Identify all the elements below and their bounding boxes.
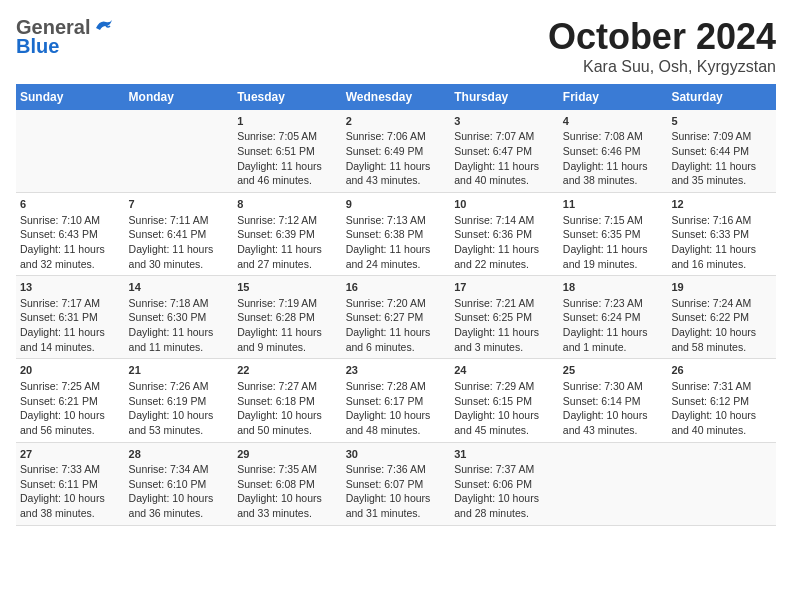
day-info: Sunrise: 7:09 AM Sunset: 6:44 PM Dayligh… bbox=[671, 129, 772, 188]
calendar-cell: 28Sunrise: 7:34 AM Sunset: 6:10 PM Dayli… bbox=[125, 442, 234, 525]
day-number: 6 bbox=[20, 197, 121, 212]
day-number: 4 bbox=[563, 114, 664, 129]
logo: General Blue bbox=[16, 16, 114, 58]
header-friday: Friday bbox=[559, 84, 668, 110]
day-info: Sunrise: 7:06 AM Sunset: 6:49 PM Dayligh… bbox=[346, 129, 447, 188]
day-number: 12 bbox=[671, 197, 772, 212]
calendar-week-3: 13Sunrise: 7:17 AM Sunset: 6:31 PM Dayli… bbox=[16, 276, 776, 359]
day-number: 22 bbox=[237, 363, 338, 378]
calendar-cell: 12Sunrise: 7:16 AM Sunset: 6:33 PM Dayli… bbox=[667, 193, 776, 276]
calendar-cell: 18Sunrise: 7:23 AM Sunset: 6:24 PM Dayli… bbox=[559, 276, 668, 359]
day-info: Sunrise: 7:35 AM Sunset: 6:08 PM Dayligh… bbox=[237, 462, 338, 521]
day-number: 8 bbox=[237, 197, 338, 212]
day-info: Sunrise: 7:24 AM Sunset: 6:22 PM Dayligh… bbox=[671, 296, 772, 355]
day-number: 20 bbox=[20, 363, 121, 378]
calendar-cell: 5Sunrise: 7:09 AM Sunset: 6:44 PM Daylig… bbox=[667, 110, 776, 193]
header-monday: Monday bbox=[125, 84, 234, 110]
day-number: 16 bbox=[346, 280, 447, 295]
day-info: Sunrise: 7:13 AM Sunset: 6:38 PM Dayligh… bbox=[346, 213, 447, 272]
header-tuesday: Tuesday bbox=[233, 84, 342, 110]
calendar-cell: 19Sunrise: 7:24 AM Sunset: 6:22 PM Dayli… bbox=[667, 276, 776, 359]
calendar-cell: 29Sunrise: 7:35 AM Sunset: 6:08 PM Dayli… bbox=[233, 442, 342, 525]
calendar-cell bbox=[559, 442, 668, 525]
day-number: 26 bbox=[671, 363, 772, 378]
day-number: 18 bbox=[563, 280, 664, 295]
calendar-cell: 11Sunrise: 7:15 AM Sunset: 6:35 PM Dayli… bbox=[559, 193, 668, 276]
day-number: 2 bbox=[346, 114, 447, 129]
location: Kara Suu, Osh, Kyrgyzstan bbox=[548, 58, 776, 76]
day-number: 10 bbox=[454, 197, 555, 212]
day-number: 27 bbox=[20, 447, 121, 462]
calendar-cell: 14Sunrise: 7:18 AM Sunset: 6:30 PM Dayli… bbox=[125, 276, 234, 359]
day-info: Sunrise: 7:28 AM Sunset: 6:17 PM Dayligh… bbox=[346, 379, 447, 438]
month-title: October 2024 bbox=[548, 16, 776, 58]
day-info: Sunrise: 7:27 AM Sunset: 6:18 PM Dayligh… bbox=[237, 379, 338, 438]
day-number: 14 bbox=[129, 280, 230, 295]
day-info: Sunrise: 7:18 AM Sunset: 6:30 PM Dayligh… bbox=[129, 296, 230, 355]
calendar-cell: 26Sunrise: 7:31 AM Sunset: 6:12 PM Dayli… bbox=[667, 359, 776, 442]
calendar-cell: 25Sunrise: 7:30 AM Sunset: 6:14 PM Dayli… bbox=[559, 359, 668, 442]
day-number: 23 bbox=[346, 363, 447, 378]
day-number: 3 bbox=[454, 114, 555, 129]
day-info: Sunrise: 7:16 AM Sunset: 6:33 PM Dayligh… bbox=[671, 213, 772, 272]
header-wednesday: Wednesday bbox=[342, 84, 451, 110]
day-number: 25 bbox=[563, 363, 664, 378]
calendar-cell: 16Sunrise: 7:20 AM Sunset: 6:27 PM Dayli… bbox=[342, 276, 451, 359]
day-number: 29 bbox=[237, 447, 338, 462]
header-thursday: Thursday bbox=[450, 84, 559, 110]
calendar-cell: 17Sunrise: 7:21 AM Sunset: 6:25 PM Dayli… bbox=[450, 276, 559, 359]
day-info: Sunrise: 7:10 AM Sunset: 6:43 PM Dayligh… bbox=[20, 213, 121, 272]
header-sunday: Sunday bbox=[16, 84, 125, 110]
calendar-cell bbox=[16, 110, 125, 193]
calendar-cell: 1Sunrise: 7:05 AM Sunset: 6:51 PM Daylig… bbox=[233, 110, 342, 193]
calendar-cell: 15Sunrise: 7:19 AM Sunset: 6:28 PM Dayli… bbox=[233, 276, 342, 359]
day-info: Sunrise: 7:12 AM Sunset: 6:39 PM Dayligh… bbox=[237, 213, 338, 272]
calendar-week-4: 20Sunrise: 7:25 AM Sunset: 6:21 PM Dayli… bbox=[16, 359, 776, 442]
day-number: 7 bbox=[129, 197, 230, 212]
calendar-cell: 10Sunrise: 7:14 AM Sunset: 6:36 PM Dayli… bbox=[450, 193, 559, 276]
day-info: Sunrise: 7:08 AM Sunset: 6:46 PM Dayligh… bbox=[563, 129, 664, 188]
day-info: Sunrise: 7:14 AM Sunset: 6:36 PM Dayligh… bbox=[454, 213, 555, 272]
day-info: Sunrise: 7:37 AM Sunset: 6:06 PM Dayligh… bbox=[454, 462, 555, 521]
calendar-cell: 9Sunrise: 7:13 AM Sunset: 6:38 PM Daylig… bbox=[342, 193, 451, 276]
day-number: 17 bbox=[454, 280, 555, 295]
calendar-body: 1Sunrise: 7:05 AM Sunset: 6:51 PM Daylig… bbox=[16, 110, 776, 525]
day-info: Sunrise: 7:30 AM Sunset: 6:14 PM Dayligh… bbox=[563, 379, 664, 438]
calendar-cell: 8Sunrise: 7:12 AM Sunset: 6:39 PM Daylig… bbox=[233, 193, 342, 276]
calendar-cell: 24Sunrise: 7:29 AM Sunset: 6:15 PM Dayli… bbox=[450, 359, 559, 442]
day-number: 15 bbox=[237, 280, 338, 295]
calendar-cell: 7Sunrise: 7:11 AM Sunset: 6:41 PM Daylig… bbox=[125, 193, 234, 276]
day-info: Sunrise: 7:31 AM Sunset: 6:12 PM Dayligh… bbox=[671, 379, 772, 438]
page-header: General Blue October 2024 Kara Suu, Osh,… bbox=[16, 16, 776, 76]
calendar-week-1: 1Sunrise: 7:05 AM Sunset: 6:51 PM Daylig… bbox=[16, 110, 776, 193]
day-info: Sunrise: 7:07 AM Sunset: 6:47 PM Dayligh… bbox=[454, 129, 555, 188]
calendar-week-5: 27Sunrise: 7:33 AM Sunset: 6:11 PM Dayli… bbox=[16, 442, 776, 525]
calendar-cell bbox=[125, 110, 234, 193]
calendar-cell: 23Sunrise: 7:28 AM Sunset: 6:17 PM Dayli… bbox=[342, 359, 451, 442]
day-info: Sunrise: 7:34 AM Sunset: 6:10 PM Dayligh… bbox=[129, 462, 230, 521]
day-number: 9 bbox=[346, 197, 447, 212]
title-section: October 2024 Kara Suu, Osh, Kyrgyzstan bbox=[548, 16, 776, 76]
calendar-cell: 6Sunrise: 7:10 AM Sunset: 6:43 PM Daylig… bbox=[16, 193, 125, 276]
calendar-cell: 30Sunrise: 7:36 AM Sunset: 6:07 PM Dayli… bbox=[342, 442, 451, 525]
day-info: Sunrise: 7:33 AM Sunset: 6:11 PM Dayligh… bbox=[20, 462, 121, 521]
calendar-cell: 22Sunrise: 7:27 AM Sunset: 6:18 PM Dayli… bbox=[233, 359, 342, 442]
day-info: Sunrise: 7:20 AM Sunset: 6:27 PM Dayligh… bbox=[346, 296, 447, 355]
day-info: Sunrise: 7:29 AM Sunset: 6:15 PM Dayligh… bbox=[454, 379, 555, 438]
calendar-week-2: 6Sunrise: 7:10 AM Sunset: 6:43 PM Daylig… bbox=[16, 193, 776, 276]
day-number: 19 bbox=[671, 280, 772, 295]
day-number: 13 bbox=[20, 280, 121, 295]
calendar-cell: 4Sunrise: 7:08 AM Sunset: 6:46 PM Daylig… bbox=[559, 110, 668, 193]
calendar-cell: 13Sunrise: 7:17 AM Sunset: 6:31 PM Dayli… bbox=[16, 276, 125, 359]
day-number: 30 bbox=[346, 447, 447, 462]
calendar-cell: 20Sunrise: 7:25 AM Sunset: 6:21 PM Dayli… bbox=[16, 359, 125, 442]
day-number: 24 bbox=[454, 363, 555, 378]
header-saturday: Saturday bbox=[667, 84, 776, 110]
calendar-cell bbox=[667, 442, 776, 525]
day-number: 11 bbox=[563, 197, 664, 212]
calendar-cell: 31Sunrise: 7:37 AM Sunset: 6:06 PM Dayli… bbox=[450, 442, 559, 525]
logo-bird-icon bbox=[92, 18, 114, 38]
day-info: Sunrise: 7:11 AM Sunset: 6:41 PM Dayligh… bbox=[129, 213, 230, 272]
calendar-table: Sunday Monday Tuesday Wednesday Thursday… bbox=[16, 84, 776, 526]
day-number: 31 bbox=[454, 447, 555, 462]
